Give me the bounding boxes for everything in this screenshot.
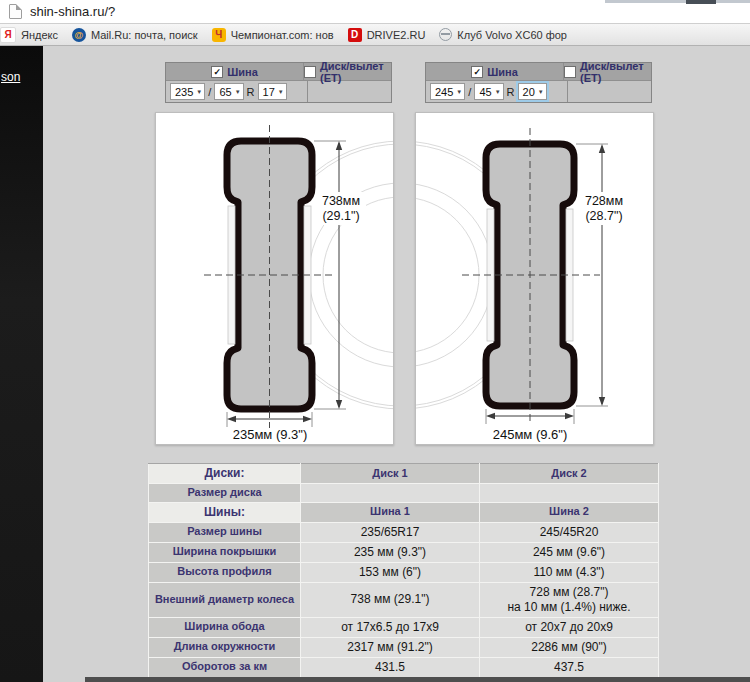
selector-label: Шина xyxy=(487,66,518,78)
comparison-table: Диски:Диск 1Диск 2Размер дискаШины:Шина … xyxy=(148,463,659,682)
selector-header-cell: Диск/вылет (ET) xyxy=(563,63,651,80)
column-header-cell: Диск 1 xyxy=(301,464,480,484)
bookmark-label: Яндекс xyxy=(21,29,58,41)
selector-label: Диск/вылет (ET) xyxy=(580,60,651,84)
chevron-down-icon: ▼ xyxy=(495,89,501,95)
profile-dropdown[interactable]: 45▼ xyxy=(474,83,503,100)
bookmark-item[interactable]: @Mail.Ru: почта, поиск xyxy=(65,24,205,45)
selector-label: Диск/вылет (ET) xyxy=(320,60,391,84)
tire-drawing-1: 738мм (29.1") 235мм (9.3") xyxy=(156,113,393,444)
dropdown-value: 17 xyxy=(263,86,275,98)
row-label-cell: Шины: xyxy=(149,502,301,522)
yandex-icon: Я xyxy=(0,27,16,43)
selector-header-cell: ✓Шина xyxy=(166,63,303,80)
diameter-label-in: (29.1") xyxy=(322,209,359,223)
disk-controls-empty xyxy=(307,81,391,102)
bottom-page-edge xyxy=(85,677,750,682)
window-edge-dark xyxy=(686,0,716,4)
dropdown-value: 245 xyxy=(435,86,453,98)
volvo-icon xyxy=(439,28,452,41)
tire-diagram-1: 738мм (29.1") 235мм (9.3") xyxy=(155,112,394,445)
width-dropdown[interactable]: 245▼ xyxy=(430,83,465,100)
mailru-icon: @ xyxy=(72,28,86,42)
diameter-label-in: (28.7") xyxy=(585,209,622,223)
size-separator: / xyxy=(468,86,471,98)
selector-label: Шина xyxy=(227,66,258,78)
tire-diagram-2: 728мм (28.7") 245мм (9.6") xyxy=(415,112,654,445)
table-row: Высота профиля153 мм (6")110 мм (4.3") xyxy=(149,562,659,582)
table-row: Шины:Шина 1Шина 2 xyxy=(149,502,659,522)
table-row: Оборотов за км431.5437.5 xyxy=(149,657,659,677)
row-label-cell: Внешний диаметр колеса xyxy=(149,582,301,617)
profile-dropdown[interactable]: 65▼ xyxy=(214,83,243,100)
bookmark-item[interactable]: Клуб Volvo XC60 фор xyxy=(432,24,574,45)
bookmark-label: Чемпионат.com: нов xyxy=(231,29,334,41)
row-label-cell: Размер диска xyxy=(149,484,301,503)
chevron-down-icon: ▼ xyxy=(278,89,284,95)
value-cell: 245/45R20 xyxy=(480,522,659,542)
width-dropdown[interactable]: 235▼ xyxy=(170,83,205,100)
size-controls: 245▼/45▼R20▼ xyxy=(426,81,567,102)
bookmark-item[interactable]: ЧЧемпионат.com: нов xyxy=(205,24,341,45)
dropdown-value: 65 xyxy=(219,86,231,98)
column-header-cell: Диск 2 xyxy=(480,464,659,484)
size-separator: / xyxy=(208,86,211,98)
bookmark-item[interactable]: ЯЯндекс xyxy=(0,24,65,45)
url-text[interactable]: shin-shina.ru/? xyxy=(30,4,115,19)
table-row: Ширина ободаот 17x6.5 до 17x9от 20x7 до … xyxy=(149,617,659,637)
value-cell: 245 мм (9.6") xyxy=(480,542,659,562)
chevron-down-icon: ▼ xyxy=(538,89,544,95)
table-row: Диски:Диск 1Диск 2 xyxy=(149,464,659,484)
width-label: 245мм (9.6") xyxy=(493,427,568,442)
chevron-down-icon: ▼ xyxy=(196,89,202,95)
tire-selector-2: ✓ШинаДиск/вылет (ET)245▼/45▼R20▼ xyxy=(425,62,652,103)
tire-drawing-2: 728мм (28.7") 245мм (9.6") xyxy=(416,113,653,444)
left-sidebar: son xyxy=(0,46,43,682)
tire-selector-1: ✓ШинаДиск/вылет (ET)235▼/65▼R17▼ xyxy=(165,62,392,103)
chevron-down-icon: ▼ xyxy=(456,89,462,95)
drive2-icon: D xyxy=(348,28,362,42)
selector-header-cell: ✓Шина xyxy=(426,63,563,80)
value-cell: 2317 мм (91.2") xyxy=(301,637,480,657)
championat-icon: Ч xyxy=(212,28,226,42)
column-header-cell: Шина 1 xyxy=(301,502,480,522)
bookmarks-bar: ЯЯндекс@Mail.Ru: почта, поискЧЧемпионат.… xyxy=(0,24,750,46)
table-row: Длина окружности2317 мм (91.2")2286 мм (… xyxy=(149,637,659,657)
tire-checkbox[interactable]: ✓ xyxy=(211,66,223,78)
bookmark-item[interactable]: DDRIVE2.RU xyxy=(341,24,433,45)
dropdown-value: 45 xyxy=(479,86,491,98)
diameter-dropdown[interactable]: 20▼ xyxy=(518,83,547,100)
size-controls: 235▼/65▼R17▼ xyxy=(166,81,307,102)
value-cell: 431.5 xyxy=(301,657,480,677)
comparison-table-body: Диски:Диск 1Диск 2Размер дискаШины:Шина … xyxy=(149,464,659,682)
row-label-cell: Длина окружности xyxy=(149,637,301,657)
table-row: Ширина покрышки235 мм (9.3")245 мм (9.6"… xyxy=(149,542,659,562)
address-bar[interactable]: shin-shina.ru/? xyxy=(0,0,750,24)
diameter-label-mm: 728мм xyxy=(585,194,623,208)
row-label-cell: Размер шины xyxy=(149,522,301,542)
row-label-cell: Оборотов за км xyxy=(149,657,301,677)
value-cell xyxy=(301,484,480,503)
table-row: Внешний диаметр колеса738 мм (29.1")728 … xyxy=(149,582,659,617)
bookmark-label: Клуб Volvo XC60 фор xyxy=(457,29,567,41)
value-cell: 110 мм (4.3") xyxy=(480,562,659,582)
table-row: Размер диска xyxy=(149,484,659,503)
table-row: Размер шины235/65R17245/45R20 xyxy=(149,522,659,542)
column-header-cell: Шина 2 xyxy=(480,502,659,522)
value-cell: от 20x7 до 20x9 xyxy=(480,617,659,637)
value-cell: от 17x6.5 до 17x9 xyxy=(301,617,480,637)
disk-checkbox[interactable] xyxy=(304,66,316,78)
tire-checkbox[interactable]: ✓ xyxy=(471,66,483,78)
value-cell: 153 мм (6") xyxy=(301,562,480,582)
row-label-cell: Ширина покрышки xyxy=(149,542,301,562)
value-cell: 738 мм (29.1") xyxy=(301,582,480,617)
diameter-dropdown[interactable]: 17▼ xyxy=(258,83,287,100)
row-label-cell: Диски: xyxy=(149,464,301,484)
disk-checkbox[interactable] xyxy=(564,66,576,78)
chevron-down-icon: ▼ xyxy=(235,89,241,95)
row-label-cell: Высота профиля xyxy=(149,562,301,582)
sidebar-partial-link[interactable]: son xyxy=(1,70,20,84)
page-content: son ✓ШинаДиск/вылет (ET)235▼/65▼R17▼ ✓Ши… xyxy=(0,46,750,682)
value-cell: 235/65R17 xyxy=(301,522,480,542)
radius-prefix: R xyxy=(247,86,255,98)
